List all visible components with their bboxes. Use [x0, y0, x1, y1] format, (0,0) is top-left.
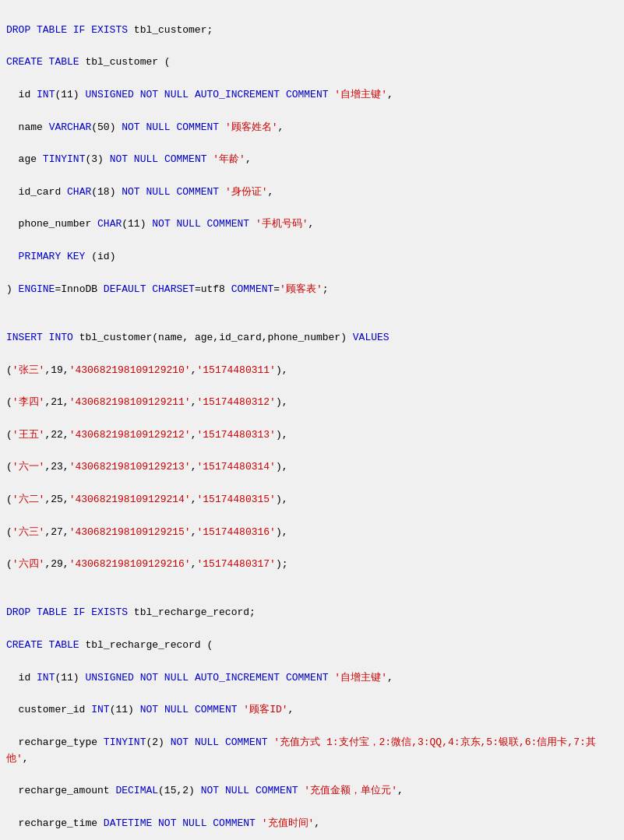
code-line: ('李四',21,'430682198109129211','151744803… [6, 395, 618, 411]
code-line: ) ENGINE=InnoDB DEFAULT CHARSET=utf8 COM… [6, 282, 618, 298]
code-line: ('六二',25,'430682198109129214','151744803… [6, 492, 618, 508]
code-line: id INT(11) UNSIGNED NOT NULL AUTO_INCREM… [6, 670, 618, 687]
code-line: INSERT INTO tbl_customer(name, age,id_ca… [6, 330, 618, 346]
code-line: recharge_type TINYINT(2) NOT NULL COMMEN… [6, 735, 618, 768]
code-line: id INT(11) UNSIGNED NOT NULL AUTO_INCREM… [6, 87, 618, 104]
code-line: customer_id INT(11) NOT NULL COMMENT '顾客… [6, 702, 618, 719]
code-line: CREATE TABLE tbl_customer ( [6, 54, 618, 71]
code-line: age TINYINT(3) NOT NULL COMMENT '年龄', [6, 152, 618, 168]
code-line: ('张三',19,'430682198109129210','151744803… [6, 363, 618, 379]
code-line: ('六四',29,'430682198109129216','151744803… [6, 557, 618, 573]
code-line: phone_number CHAR(11) NOT NULL COMMENT '… [6, 216, 618, 233]
code-line: ('六一',23,'430682198109129213','151744803… [6, 459, 618, 476]
code-editor: DROP TABLE IF EXISTS tbl_customer; CREAT… [6, 6, 618, 840]
code-line: recharge_time DATETIME NOT NULL COMMENT … [6, 816, 618, 832]
code-line: id_card CHAR(18) NOT NULL COMMENT '身份证', [6, 185, 618, 201]
code-line: ('王五',22,'430682198109129212','151744803… [6, 427, 618, 444]
code-line: DROP TABLE IF EXISTS tbl_recharge_record… [6, 605, 618, 621]
code-line: ('六三',27,'430682198109129215','151744803… [6, 525, 618, 541]
code-line: recharge_amount DECIMAL(15,2) NOT NULL C… [6, 783, 618, 800]
code-line: PRIMARY KEY (id) [6, 249, 618, 265]
code-line: DROP TABLE IF EXISTS tbl_customer; [6, 23, 618, 39]
code-line: name VARCHAR(50) NOT NULL COMMENT '顾客姓名'… [6, 120, 618, 136]
code-line: CREATE TABLE tbl_recharge_record ( [6, 638, 618, 654]
